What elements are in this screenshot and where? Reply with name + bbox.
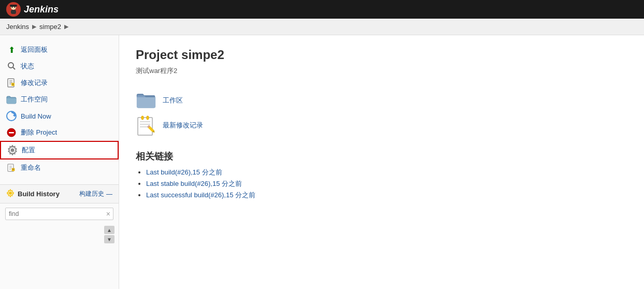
sidebar-item-label: 配置 xyxy=(22,146,35,155)
svg-point-26 xyxy=(9,192,12,195)
list-item: Last build(#26),15 分之前 xyxy=(146,168,627,177)
workspace-icon xyxy=(6,94,17,105)
workspace-link-item: 工作区 xyxy=(136,90,627,111)
scroll-down-arrow[interactable]: ▼ xyxy=(104,235,115,243)
project-title: Project simpe2 xyxy=(136,48,627,62)
last-build-link[interactable]: Last build(#26),15 分之前 xyxy=(146,168,222,176)
build-now-icon xyxy=(6,111,17,121)
sidebar-item-label: Build Now xyxy=(21,112,51,120)
build-history-title: Build History xyxy=(18,190,60,198)
build-history-section: Build History 构建历史 — × ▲ ▼ xyxy=(0,184,119,245)
sidebar-item-workspace[interactable]: 工作空间 xyxy=(0,91,119,108)
rename-icon xyxy=(6,163,17,173)
sidebar-item-label: 删除 Project xyxy=(21,128,57,137)
breadcrumb-sep-2: ▶ xyxy=(64,23,68,30)
main-layout: ⬆ 返回面板 状态 修改记录 xyxy=(0,35,644,289)
list-item: Last stable build(#26),15 分之前 xyxy=(146,179,627,188)
breadcrumb-jenkins[interactable]: Jenkins xyxy=(6,23,29,31)
find-input[interactable] xyxy=(5,208,113,220)
content-links: 工作区 xyxy=(136,90,627,136)
build-history-link[interactable]: 构建历史 — xyxy=(79,190,112,198)
back-to-dashboard-icon: ⬆ xyxy=(6,45,17,55)
svg-rect-3 xyxy=(10,5,17,7)
sidebar-item-label: 返回面板 xyxy=(21,45,48,54)
breadcrumb-sep-1: ▶ xyxy=(32,23,36,30)
configure-icon xyxy=(7,145,18,155)
breadcrumb-simpe2[interactable]: simpe2 xyxy=(39,23,61,31)
sidebar-item-status[interactable]: 状态 xyxy=(0,58,119,75)
build-history-header: Build History 构建历史 — xyxy=(0,185,119,203)
svg-rect-2 xyxy=(11,10,16,14)
svg-point-19 xyxy=(11,149,15,152)
svg-rect-32 xyxy=(147,116,149,120)
sidebar-item-label: 工作空间 xyxy=(21,95,48,104)
svg-rect-31 xyxy=(141,116,144,120)
svg-point-6 xyxy=(8,63,13,68)
changelog-link[interactable]: 最新修改记录 xyxy=(163,121,203,130)
project-desc: 测试war程序2 xyxy=(136,66,627,76)
list-item: Last successful build(#26),15 分之前 xyxy=(146,191,627,200)
sidebar-item-rename[interactable]: 重命名 xyxy=(0,159,119,176)
workspace-folder-icon xyxy=(136,90,156,111)
breadcrumb: Jenkins ▶ simpe2 ▶ xyxy=(0,19,644,35)
changelog-notepad-icon xyxy=(136,115,156,136)
last-stable-build-link[interactable]: Last stable build(#26),15 分之前 xyxy=(146,180,242,187)
change-log-icon xyxy=(6,78,17,88)
status-icon xyxy=(6,61,17,71)
sidebar-item-build-now[interactable]: Build Now xyxy=(0,108,119,124)
related-links-list: Last build(#26),15 分之前 Last stable build… xyxy=(136,168,627,200)
scroll-up-arrow[interactable]: ▲ xyxy=(104,226,115,234)
svg-rect-18 xyxy=(9,132,14,134)
find-clear-button[interactable]: × xyxy=(106,210,110,218)
svg-line-7 xyxy=(13,67,15,69)
scroll-arrows: ▲ ▼ xyxy=(104,224,115,245)
sidebar-item-delete-project[interactable]: 删除 Project xyxy=(0,124,119,141)
svg-rect-12 xyxy=(11,83,15,86)
build-history-link-icon: — xyxy=(106,191,112,198)
sidebar-item-back-to-dashboard[interactable]: ⬆ 返回面板 xyxy=(0,41,119,58)
last-successful-build-link[interactable]: Last successful build(#26),15 分之前 xyxy=(146,191,255,199)
header: Jenkins xyxy=(0,0,644,19)
sidebar-item-configure[interactable]: 配置 xyxy=(0,141,119,159)
find-input-wrap: × xyxy=(0,203,119,224)
jenkins-logo: Jenkins xyxy=(6,2,59,17)
delete-project-icon xyxy=(6,127,17,138)
jenkins-logo-icon xyxy=(6,2,21,17)
build-history-gear-icon xyxy=(6,189,15,199)
sidebar-item-label: 修改记录 xyxy=(21,78,48,88)
jenkins-logo-text: Jenkins xyxy=(24,4,59,15)
svg-point-4 xyxy=(11,7,12,8)
sidebar-item-label: 重命名 xyxy=(21,163,41,172)
workspace-link[interactable]: 工作区 xyxy=(163,96,183,105)
changelog-link-item: 最新修改记录 xyxy=(136,115,627,136)
content-area: Project simpe2 测试war程序2 工作区 xyxy=(119,35,644,289)
sidebar: ⬆ 返回面板 状态 修改记录 xyxy=(0,35,119,289)
related-links-title: 相关链接 xyxy=(136,150,627,163)
sidebar-item-change-log[interactable]: 修改记录 xyxy=(0,75,119,91)
svg-point-5 xyxy=(14,7,15,8)
sidebar-item-label: 状态 xyxy=(21,62,34,71)
